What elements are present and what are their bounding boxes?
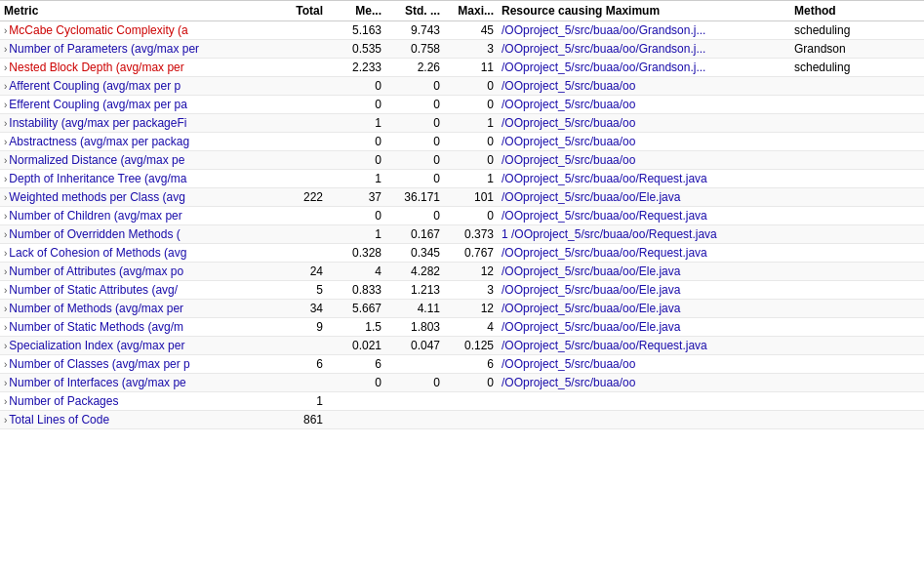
- expand-icon[interactable]: ›: [4, 266, 7, 277]
- table-row[interactable]: ›Number of Parameters (avg/max per0.5350…: [0, 40, 924, 59]
- expand-icon[interactable]: ›: [4, 25, 7, 36]
- expand-icon[interactable]: ›: [4, 415, 7, 426]
- resource-cell[interactable]: /OOproject_5/src/buaa/oo: [498, 374, 790, 392]
- metric-cell[interactable]: ›Instability (avg/max per packageFi: [0, 114, 273, 133]
- resource-link[interactable]: /OOproject_5/src/buaa/oo/Ele.java: [502, 320, 680, 334]
- metric-cell[interactable]: ›Number of Static Attributes (avg/: [0, 281, 273, 300]
- table-row[interactable]: ›Abstractness (avg/max per packag000/OOp…: [0, 133, 924, 151]
- resource-link[interactable]: /OOproject_5/src/buaa/oo/Grandson.j...: [502, 23, 705, 37]
- metric-cell[interactable]: ›Number of Attributes (avg/max po: [0, 263, 273, 281]
- resource-link[interactable]: /OOproject_5/src/buaa/oo/Ele.java: [502, 264, 680, 278]
- resource-link[interactable]: /OOproject_5/src/buaa/oo: [502, 116, 635, 130]
- metric-cell[interactable]: ›Depth of Inheritance Tree (avg/ma: [0, 170, 273, 188]
- metric-cell[interactable]: ›Number of Classes (avg/max per p: [0, 355, 273, 374]
- table-row[interactable]: ›Number of Overridden Methods (10.1670.3…: [0, 225, 924, 244]
- resource-cell[interactable]: /OOproject_5/src/buaa/oo: [498, 133, 790, 151]
- table-row[interactable]: ›Specialization Index (avg/max per0.0210…: [0, 337, 924, 355]
- resource-cell[interactable]: /OOproject_5/src/buaa/oo/Grandson.j...: [498, 59, 790, 77]
- expand-icon[interactable]: ›: [4, 396, 7, 407]
- resource-cell[interactable]: /OOproject_5/src/buaa/oo/Ele.java: [498, 318, 790, 337]
- resource-cell[interactable]: /OOproject_5/src/buaa/oo/Ele.java: [498, 188, 790, 207]
- table-row[interactable]: ›Efferent Coupling (avg/max per pa000/OO…: [0, 96, 924, 114]
- metric-cell[interactable]: ›Number of Parameters (avg/max per: [0, 40, 273, 59]
- expand-icon[interactable]: ›: [4, 155, 7, 166]
- expand-icon[interactable]: ›: [4, 229, 7, 240]
- resource-cell[interactable]: /OOproject_5/src/buaa/oo/Request.java: [498, 207, 790, 225]
- metric-cell[interactable]: ›Efferent Coupling (avg/max per pa: [0, 96, 273, 114]
- expand-icon[interactable]: ›: [4, 341, 7, 351]
- resource-link[interactable]: /OOproject_5/src/buaa/oo/Ele.java: [502, 302, 680, 315]
- expand-icon[interactable]: ›: [4, 192, 7, 203]
- table-row[interactable]: ›Lack of Cohesion of Methods (avg0.3280.…: [0, 244, 924, 263]
- metric-cell[interactable]: ›Number of Interfaces (avg/max pe: [0, 374, 273, 392]
- table-row[interactable]: ›Number of Methods (avg/max per345.6674.…: [0, 300, 924, 318]
- expand-icon[interactable]: ›: [4, 137, 7, 147]
- table-row[interactable]: ›Number of Children (avg/max per000/OOpr…: [0, 207, 924, 225]
- table-row[interactable]: ›Number of Attributes (avg/max po2444.28…: [0, 263, 924, 281]
- resource-link[interactable]: /OOproject_5/src/buaa/oo/Request.java: [502, 246, 707, 260]
- metric-cell[interactable]: ›McCabe Cyclomatic Complexity (a: [0, 21, 273, 40]
- table-row[interactable]: ›Number of Static Attributes (avg/50.833…: [0, 281, 924, 300]
- resource-cell[interactable]: /OOproject_5/src/buaa/oo: [498, 151, 790, 170]
- resource-link[interactable]: /OOproject_5/src/buaa/oo/Grandson.j...: [502, 61, 705, 74]
- resource-cell[interactable]: 1 /OOproject_5/src/buaa/oo/Request.java: [498, 225, 790, 244]
- table-row[interactable]: ›Number of Packages1: [0, 392, 924, 411]
- expand-icon[interactable]: ›: [4, 378, 7, 388]
- metric-cell[interactable]: ›Specialization Index (avg/max per: [0, 337, 273, 355]
- metric-cell[interactable]: ›Total Lines of Code: [0, 411, 273, 429]
- metric-cell[interactable]: ›Number of Children (avg/max per: [0, 207, 273, 225]
- table-row[interactable]: ›Afferent Coupling (avg/max per p000/OOp…: [0, 77, 924, 96]
- resource-link[interactable]: /OOproject_5/src/buaa/oo/Request.java: [502, 172, 707, 185]
- resource-cell[interactable]: /OOproject_5/src/buaa/oo/Grandson.j...: [498, 21, 790, 40]
- resource-link[interactable]: /OOproject_5/src/buaa/oo: [502, 153, 635, 167]
- resource-link[interactable]: /OOproject_5/src/buaa/oo: [502, 376, 635, 389]
- metric-cell[interactable]: ›Number of Overridden Methods (: [0, 225, 273, 244]
- table-row[interactable]: ›Depth of Inheritance Tree (avg/ma101/OO…: [0, 170, 924, 188]
- resource-cell[interactable]: /OOproject_5/src/buaa/oo/Ele.java: [498, 281, 790, 300]
- metric-cell[interactable]: ›Abstractness (avg/max per packag: [0, 133, 273, 151]
- expand-icon[interactable]: ›: [4, 248, 7, 259]
- resource-link[interactable]: /OOproject_5/src/buaa/oo/Request.java: [502, 209, 707, 223]
- expand-icon[interactable]: ›: [4, 118, 7, 129]
- resource-link[interactable]: /OOproject_5/src/buaa/oo/Request.java: [502, 339, 707, 352]
- resource-link[interactable]: /OOproject_5/src/buaa/oo: [502, 357, 635, 371]
- expand-icon[interactable]: ›: [4, 81, 7, 92]
- resource-link[interactable]: /OOproject_5/src/buaa/oo: [502, 98, 635, 111]
- resource-cell[interactable]: [498, 392, 790, 411]
- expand-icon[interactable]: ›: [4, 44, 7, 55]
- expand-icon[interactable]: ›: [4, 322, 7, 333]
- expand-icon[interactable]: ›: [4, 100, 7, 110]
- table-row[interactable]: ›Total Lines of Code861: [0, 411, 924, 429]
- resource-cell[interactable]: /OOproject_5/src/buaa/oo: [498, 355, 790, 374]
- resource-cell[interactable]: /OOproject_5/src/buaa/oo/Ele.java: [498, 300, 790, 318]
- resource-cell[interactable]: /OOproject_5/src/buaa/oo/Request.java: [498, 337, 790, 355]
- resource-link[interactable]: /OOproject_5/src/buaa/oo/Ele.java: [502, 190, 680, 204]
- table-row[interactable]: ›Number of Interfaces (avg/max pe000/OOp…: [0, 374, 924, 392]
- expand-icon[interactable]: ›: [4, 62, 7, 73]
- resource-link[interactable]: /OOproject_5/src/buaa/oo/Ele.java: [502, 283, 680, 297]
- resource-cell[interactable]: /OOproject_5/src/buaa/oo/Request.java: [498, 170, 790, 188]
- metric-cell[interactable]: ›Number of Methods (avg/max per: [0, 300, 273, 318]
- metric-cell[interactable]: ›Number of Static Methods (avg/m: [0, 318, 273, 337]
- table-row[interactable]: ›Weighted methods per Class (avg2223736.…: [0, 188, 924, 207]
- table-row[interactable]: ›Number of Classes (avg/max per p666/OOp…: [0, 355, 924, 374]
- expand-icon[interactable]: ›: [4, 211, 7, 222]
- resource-cell[interactable]: /OOproject_5/src/buaa/oo: [498, 77, 790, 96]
- expand-icon[interactable]: ›: [4, 285, 7, 296]
- resource-cell[interactable]: [498, 411, 790, 429]
- expand-icon[interactable]: ›: [4, 304, 7, 314]
- resource-link[interactable]: /OOproject_5/src/buaa/oo/Grandson.j...: [502, 42, 705, 56]
- resource-link[interactable]: /OOproject_5/src/buaa/oo: [502, 79, 635, 93]
- metric-cell[interactable]: ›Weighted methods per Class (avg: [0, 188, 273, 207]
- expand-icon[interactable]: ›: [4, 359, 7, 370]
- resource-link[interactable]: 1 /OOproject_5/src/buaa/oo/Request.java: [502, 227, 717, 241]
- resource-cell[interactable]: /OOproject_5/src/buaa/oo: [498, 114, 790, 133]
- metric-cell[interactable]: ›Number of Packages: [0, 392, 273, 411]
- expand-icon[interactable]: ›: [4, 174, 7, 184]
- table-row[interactable]: ›Normalized Distance (avg/max pe000/OOpr…: [0, 151, 924, 170]
- resource-cell[interactable]: /OOproject_5/src/buaa/oo/Grandson.j...: [498, 40, 790, 59]
- resource-link[interactable]: /OOproject_5/src/buaa/oo: [502, 135, 635, 148]
- resource-cell[interactable]: /OOproject_5/src/buaa/oo/Request.java: [498, 244, 790, 263]
- table-row[interactable]: ›Number of Static Methods (avg/m91.51.80…: [0, 318, 924, 337]
- table-row[interactable]: ›McCabe Cyclomatic Complexity (a5.1639.7…: [0, 21, 924, 40]
